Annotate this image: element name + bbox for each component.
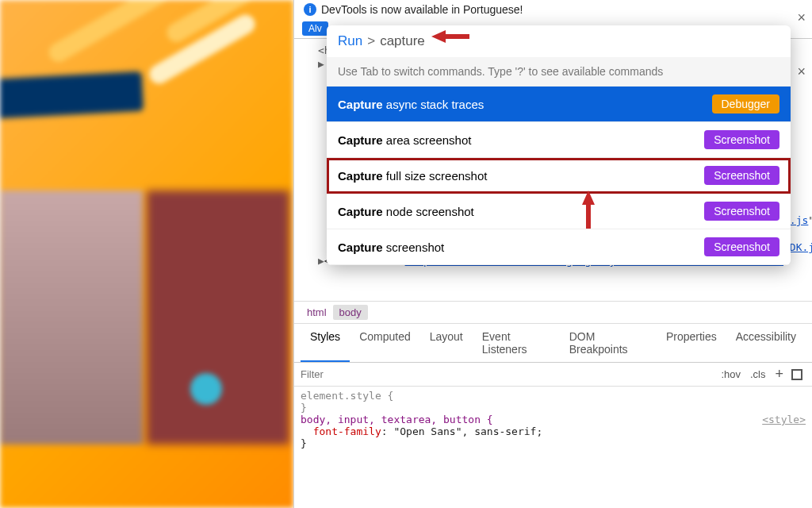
badge-screenshot: Screenshot	[704, 166, 779, 185]
close-icon[interactable]: ×	[797, 64, 806, 80]
computed-toggle-icon[interactable]	[791, 369, 802, 380]
info-icon: i	[304, 3, 316, 16]
command-input-row[interactable]: Run >capture	[327, 25, 791, 57]
toolbar-pill[interactable]: Alv	[302, 21, 328, 36]
annotation-arrow-icon	[431, 27, 471, 51]
new-style-rule-button[interactable]: +	[770, 366, 788, 383]
styles-tabs: Styles Computed Layout Event Listeners D…	[294, 324, 812, 363]
badge-screenshot: Screenshot	[704, 130, 779, 149]
hov-toggle[interactable]: :hov	[716, 368, 745, 380]
styles-body[interactable]: element.style { } <style>body, input, te…	[294, 387, 812, 508]
page-background	[0, 0, 293, 508]
close-icon[interactable]: ×	[797, 10, 806, 26]
cmd-capture-screenshot[interactable]: Capture screenshot Screenshot	[327, 229, 791, 265]
info-bar: i DevTools is now available in Portugues…	[294, 0, 812, 19]
badge-screenshot: Screenshot	[704, 237, 779, 256]
run-label: Run	[338, 33, 362, 49]
tab-properties[interactable]: Properties	[657, 324, 726, 362]
tab-event-listeners[interactable]: Event Listeners	[473, 324, 560, 362]
tab-accessibility[interactable]: Accessibility	[726, 324, 806, 362]
svg-marker-1	[582, 190, 595, 229]
tab-layout[interactable]: Layout	[420, 324, 473, 362]
badge-debugger: Debugger	[712, 94, 780, 114]
styles-filter-input[interactable]	[301, 368, 716, 380]
cmd-capture-async[interactable]: Capture async stack traces Debugger	[327, 87, 791, 122]
styles-filter-row: :hov .cls +	[294, 363, 812, 387]
crumb-html[interactable]: html	[301, 305, 333, 320]
command-menu: Run >capture Use Tab to switch commands.…	[327, 25, 791, 265]
badge-screenshot: Screenshot	[704, 202, 779, 221]
tab-dom-breakpoints[interactable]: DOM Breakpoints	[560, 324, 657, 362]
crumb-body[interactable]: body	[333, 305, 368, 320]
cmd-capture-area[interactable]: Capture area screenshot Screenshot	[327, 122, 791, 158]
svg-marker-0	[431, 30, 469, 43]
cmd-capture-full[interactable]: Capture full size screenshot Screenshot	[327, 158, 791, 194]
breadcrumb[interactable]: html body	[294, 301, 812, 324]
command-query: capture	[380, 33, 425, 49]
info-text: DevTools is now available in Portuguese!	[321, 3, 523, 16]
cmd-capture-node[interactable]: Capture node screenshot Screenshot	[327, 194, 791, 229]
annotation-arrow-icon	[579, 190, 603, 230]
cls-toggle[interactable]: .cls	[745, 368, 771, 380]
command-hint: Use Tab to switch commands. Type '?' to …	[327, 57, 791, 87]
tab-computed[interactable]: Computed	[350, 324, 420, 362]
tab-styles[interactable]: Styles	[301, 324, 350, 362]
